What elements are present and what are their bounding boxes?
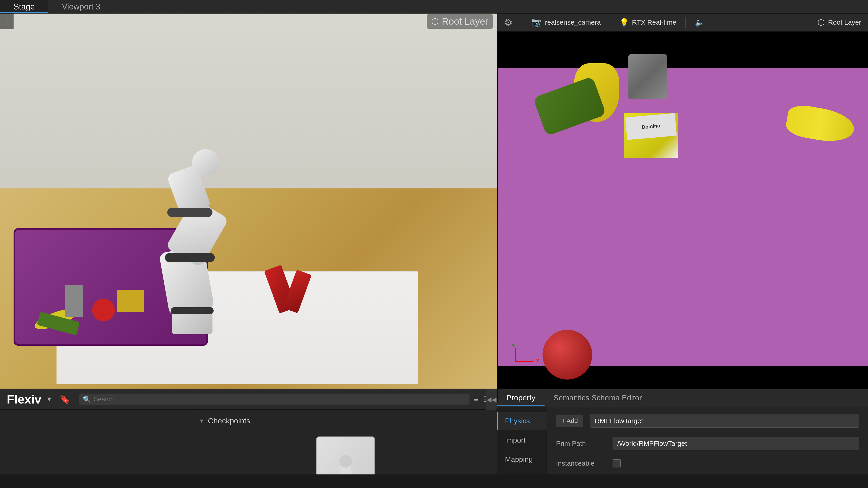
right-root-layer-badge[interactable]: ⬡ Root Layer [817,18,861,27]
semantics-tab[interactable]: Semantics Schema Editor [545,391,651,405]
axes-overlay: X Y [511,344,538,366]
camera-scene[interactable]: Domino X Y [497,32,868,402]
property-content: Physics Import Mapping Geometry + Add RM… [497,408,868,475]
scene-tree [0,410,194,475]
checkpoint-thumbnail [323,443,368,475]
left-viewport: ⬡ Root Layer ) [0,13,497,402]
instanceable-label: Instanceable [556,459,606,467]
sidebar-mapping[interactable]: Mapping [497,450,547,468]
right-root-layer-label: Root Layer [828,19,861,26]
viewport-header: ⚙ 📷 realsense_camera 💡 RTX Real-time 🔈 ⬡… [497,13,868,32]
layers-icon: ⬡ [431,17,439,26]
search-icon: 🔍 [83,395,91,403]
render-mode-label: RTX Real-time [632,19,676,26]
joint1 [170,307,214,314]
svg-text:X: X [536,358,539,364]
svg-point-8 [339,455,352,468]
header-sep2 [610,17,610,28]
prop-fields: + Add RMPFlowTarget Prim Path /World/RMP… [547,408,868,475]
left-root-layer-label: Root Layer [442,16,488,27]
joint2 [165,253,215,262]
red-gripper [271,267,312,334]
audio-icon[interactable]: 🔈 [695,18,704,27]
collapse-arrow-icon: ◀◀ [487,396,497,403]
scene-graph-header: Flexiv ▼ 🔖 🔍 ≡ ☰ [0,389,497,410]
camera-icon: 📷 [531,18,542,27]
left-viewport-header: ⬡ Root Layer [427,13,493,29]
physics-value: RMPFlowTarget [590,414,859,428]
bookmark-btn[interactable]: 🔖 [59,394,70,404]
search-input[interactable] [94,396,466,403]
cam-red-ball [542,330,592,380]
prim-path-label: Prim Path [556,440,606,447]
can-tray [65,285,83,317]
render-mode-control[interactable]: 💡 RTX Real-time [619,18,676,27]
viewport3-tab[interactable]: Viewport 3 [49,0,114,13]
checkpoints-label: Checkpoints [208,416,250,425]
app-name: Flexiv [7,392,41,406]
property-tabs: Property Semantics Schema Editor [497,389,868,408]
red-obj-tray [92,299,115,321]
robot-head [192,149,219,176]
filter-btn[interactable]: ≡ [474,395,478,404]
checkpoints-triangle: ▼ [199,418,204,424]
prim-path-value[interactable]: /World/RMPFlowTarget [613,437,859,450]
top-bar: Stage Viewport 3 [0,0,868,13]
stage-tab[interactable]: Stage [0,0,49,13]
bottom-panel: Flexiv ▼ 🔖 🔍 ≡ ☰ ▼ Checkpoints [0,389,868,475]
sidebar-geometry[interactable]: Geometry [497,469,547,475]
physics-add-row: + Add RMPFlowTarget [556,414,859,428]
checkpoints-header: ▼ Checkpoints [199,414,492,430]
left-root-layer-badge[interactable]: ⬡ Root Layer [427,14,493,29]
scene-content: ▼ Checkpoints [0,410,497,475]
cam-domino-box: Domino [624,113,678,158]
instanceable-checkbox[interactable] [613,459,621,467]
add-button[interactable]: + Add [556,415,583,427]
search-box: 🔍 [79,394,469,405]
property-panel: Property Semantics Schema Editor Physics… [497,389,868,475]
svg-text:Y: Y [512,344,516,349]
camera-black-top [497,32,868,68]
sidebar-import[interactable]: Import [497,431,547,449]
property-tab[interactable]: Property [497,391,545,405]
header-sep [522,17,522,28]
robot-arm [135,131,249,334]
prop-sidebar: Physics Import Mapping Geometry [497,408,547,475]
cam-can [628,54,667,99]
instanceable-row: Instanceable [556,459,859,467]
scene-divider [497,13,498,402]
prim-path-row: Prim Path /World/RMPFlowTarget [556,437,859,450]
sidebar-physics[interactable]: Physics [497,412,547,430]
joint3 [167,208,213,217]
scene-graph-panel: Flexiv ▼ 🔖 🔍 ≡ ☰ ▼ Checkpoints [0,389,497,475]
rtx-icon: 💡 [619,18,629,27]
camera-label: realsense_camera [545,19,601,26]
right-layers-icon: ⬡ [817,18,825,27]
left-corner-id: ) [0,13,13,29]
checkpoint-item [199,436,492,475]
left-scene[interactable] [0,13,497,402]
app-dropdown-icon[interactable]: ▼ [46,395,53,403]
right-viewport: ⚙ 📷 realsense_camera 💡 RTX Real-time 🔈 ⬡… [497,13,868,402]
checkpoints-panel: ▼ Checkpoints [194,410,497,475]
gear-icon[interactable]: ⚙ [504,17,513,28]
checkpoint-box[interactable] [316,436,375,475]
header-sep3 [685,17,686,28]
camera-control[interactable]: 📷 realsense_camera [531,18,601,27]
camera-scene-content: Domino X Y [497,32,868,402]
collapse-btn[interactable]: ◀◀ [486,389,497,410]
